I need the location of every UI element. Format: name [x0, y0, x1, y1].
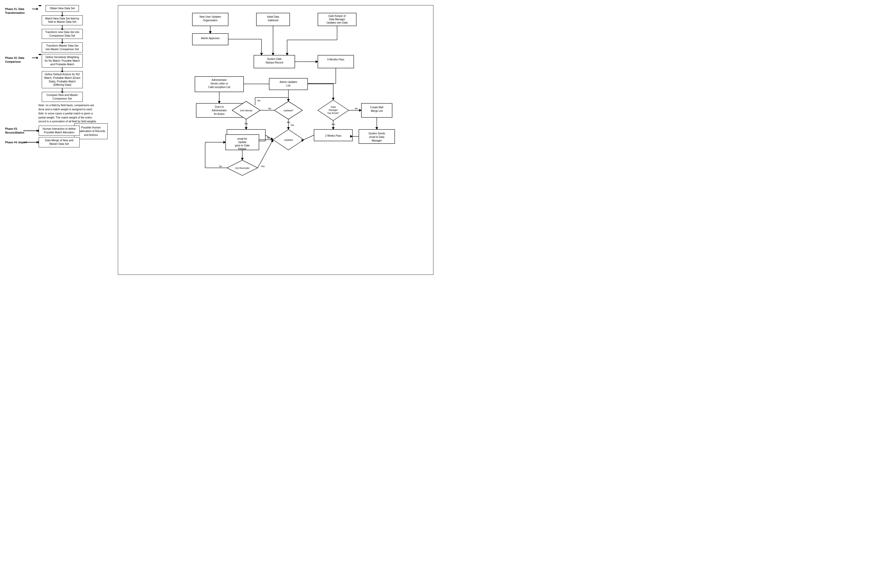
svg-text:Administrator: Administrator	[212, 78, 227, 81]
left-panel: Phase #1- Data Transformation Obtain New…	[5, 5, 113, 275]
svg-text:Manager: Manager	[372, 139, 382, 142]
svg-text:Goes to: Goes to	[215, 105, 224, 108]
step-transform-new: Transform new Data Set into Comparison D…	[42, 29, 83, 39]
svg-text:Keeper: Keeper	[238, 147, 247, 150]
svg-text:Updated: Updated	[284, 139, 293, 141]
svg-text:2nd Attempt: 2nd Attempt	[240, 109, 253, 112]
svg-text:email for: email for	[238, 137, 247, 140]
step-obtain: Obtain New Data Set	[45, 5, 79, 12]
svg-line-84	[304, 135, 314, 140]
svg-text:Merge List: Merge List	[371, 110, 383, 112]
main-container: Phase #1- Data Transformation Obtain New…	[0, 0, 438, 280]
right-panel: New User Updates Organization Initial Da…	[118, 5, 433, 275]
svg-text:Admin Updates: Admin Updates	[280, 81, 297, 83]
svg-text:Yes: Yes	[261, 165, 265, 168]
svg-rect-24	[318, 55, 354, 68]
svg-text:2nd Reminder: 2nd Reminder	[235, 167, 250, 170]
svg-text:Updates own Data: Updates own Data	[326, 21, 348, 24]
svg-text:No: No	[268, 107, 271, 110]
phase2-label: Phase #2- Data Comparison	[5, 54, 32, 63]
svg-text:Updated?: Updated?	[283, 109, 293, 112]
step-compare: Compare New and Master Comparison Set	[42, 92, 83, 102]
svg-text:List: List	[286, 84, 290, 87]
svg-text:Sends Letter or: Sends Letter or	[211, 82, 228, 85]
svg-text:No: No	[355, 107, 358, 110]
svg-text:goes to Gate: goes to Gate	[235, 144, 250, 147]
svg-text:Manager: Manager	[329, 109, 338, 111]
step-data-merge: Data Merge of New and Master Data Set	[39, 137, 80, 147]
svg-text:Yes: Yes	[290, 124, 294, 126]
svg-text:Data: Data	[331, 106, 335, 108]
step-define-sensitivity: Define Sensitivity Weighting for No Matc…	[42, 54, 83, 68]
right-flowchart: New User Updates Organization Initial Da…	[122, 9, 429, 270]
svg-text:System Date: System Date	[267, 58, 282, 60]
svg-text:Organization: Organization	[203, 19, 218, 22]
step-human-interaction: Human Interaction to define Possible Mat…	[39, 126, 80, 136]
svg-text:Stamps Record: Stamps Record	[266, 61, 283, 64]
svg-text:Initial Data: Initial Data	[267, 15, 279, 18]
svg-text:Data Manager: Data Manager	[329, 18, 345, 21]
svg-text:Admin Approves: Admin Approves	[201, 37, 220, 40]
svg-text:for Action: for Action	[214, 112, 225, 116]
svg-text:System Sends: System Sends	[369, 132, 385, 135]
step-match: Match New Data Set field-by field to Mas…	[42, 15, 83, 26]
svg-text:Gate Keeper of: Gate Keeper of	[328, 15, 346, 17]
svg-text:Update: Update	[238, 141, 247, 144]
note-text: Note: on a field by field basis, compari…	[38, 104, 97, 124]
svg-text:Calls exception List: Calls exception List	[208, 86, 230, 88]
svg-text:Create Mail: Create Mail	[370, 106, 383, 109]
phase2-arrow	[32, 57, 38, 59]
step-transform-master: Transform Master Data Set into Master Co…	[42, 42, 83, 52]
svg-text:has Email?: has Email?	[328, 112, 339, 114]
svg-text:email to Data: email to Data	[369, 136, 384, 138]
svg-text:6 Months Pass: 6 Months Pass	[327, 58, 344, 61]
svg-text:2 Weeks Pass: 2 Weeks Pass	[325, 134, 341, 137]
phase1-arrow	[32, 8, 38, 10]
phase1-label: Phase #1- Data Transformation	[5, 5, 32, 15]
svg-text:Gathered: Gathered	[268, 19, 278, 22]
svg-text:No: No	[257, 99, 260, 102]
svg-text:New User Updates: New User Updates	[200, 15, 221, 18]
svg-text:No: No	[219, 165, 222, 168]
step-define-default: Define Default Actions for NO Match, Pro…	[42, 71, 83, 88]
svg-text:Administrator: Administrator	[212, 109, 227, 112]
svg-line-98	[258, 140, 273, 168]
